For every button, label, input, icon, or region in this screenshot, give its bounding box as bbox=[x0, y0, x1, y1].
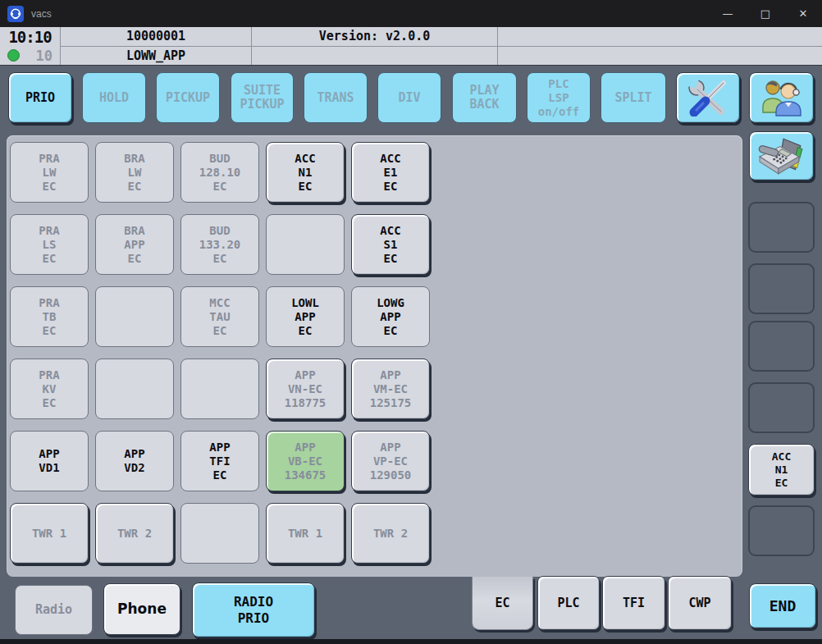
key-pra-lw-ec[interactable]: PRA LW EC bbox=[10, 142, 89, 203]
info-empty-cell bbox=[498, 47, 822, 66]
version-label: Version: v2.0.0 bbox=[252, 27, 497, 47]
split-button[interactable]: SPLIT bbox=[601, 72, 666, 123]
tools-button[interactable] bbox=[676, 72, 740, 123]
div-button[interactable]: DIV bbox=[377, 72, 441, 123]
key-twr1-right[interactable]: TWR 1 bbox=[266, 503, 345, 564]
status-dot bbox=[7, 49, 20, 62]
people-headset-icon bbox=[760, 79, 803, 116]
minimize-button[interactable]: — bbox=[709, 0, 747, 27]
key-bud-13320[interactable]: BUD 133.20 EC bbox=[180, 214, 259, 275]
trans-button[interactable]: TRANS bbox=[304, 72, 368, 123]
tools-icon bbox=[687, 79, 729, 116]
key-acc-s1-ec[interactable]: ACC S1 EC bbox=[351, 214, 430, 275]
pickup-button[interactable]: PICKUP bbox=[156, 72, 220, 123]
key-twr2-left[interactable]: TWR 2 bbox=[95, 503, 174, 564]
key-twr1-left[interactable]: TWR 1 bbox=[10, 503, 89, 564]
directory-users-button[interactable] bbox=[749, 72, 814, 123]
tab-cwp[interactable]: CWP bbox=[668, 576, 732, 630]
app-icon bbox=[7, 6, 24, 22]
key-app-vb-ec-active[interactable]: APP VB-EC 134675 bbox=[266, 431, 345, 491]
key-twr2-right[interactable]: TWR 2 bbox=[351, 503, 430, 564]
phonebook-button[interactable] bbox=[749, 131, 814, 180]
station-id: 10000001 bbox=[61, 27, 251, 47]
key-empty bbox=[180, 359, 259, 419]
key-acc-e1-ec[interactable]: ACC E1 EC bbox=[351, 142, 430, 203]
key-app-tfi-ec[interactable]: APP TFI EC bbox=[180, 431, 259, 491]
station-name: LOWW_APP bbox=[61, 47, 251, 66]
playback-button[interactable]: PLAY BACK bbox=[452, 72, 517, 123]
key-bra-app-ec[interactable]: BRA APP EC bbox=[95, 214, 174, 275]
sidebar-empty-slot bbox=[748, 263, 815, 314]
sidebar-empty-slot bbox=[748, 202, 815, 253]
key-empty bbox=[180, 503, 259, 564]
sidebar-empty-slot bbox=[748, 382, 815, 433]
key-grid: PRA LW EC BRA LW EC BUD 128.10 EC ACC N1… bbox=[10, 142, 430, 564]
sidebar-key-acc-n1-ec[interactable]: ACC N1 EC bbox=[748, 444, 815, 496]
tab-tfi[interactable]: TFI bbox=[602, 576, 665, 630]
key-pra-tb-ec[interactable]: PRA TB EC bbox=[10, 286, 89, 347]
key-app-vn-ec[interactable]: APP VN-EC 118775 bbox=[266, 359, 345, 419]
info-bar: 10:10 10 10000001 LOWW_APP Version: v2.0… bbox=[0, 27, 822, 66]
sidebar-empty-slot bbox=[748, 505, 815, 556]
phone-directory-icon bbox=[758, 136, 806, 176]
suite-pickup-button[interactable]: SUITE PICKUP bbox=[231, 72, 294, 123]
maximize-button[interactable]: □ bbox=[747, 0, 784, 27]
tab-plc[interactable]: PLC bbox=[537, 576, 600, 630]
key-empty bbox=[95, 286, 174, 347]
radio-mode-button[interactable]: Radio bbox=[15, 585, 93, 635]
prio-button[interactable]: PRIO bbox=[8, 72, 72, 123]
sidebar-empty-slot bbox=[748, 321, 815, 372]
status-count: 10 bbox=[36, 48, 53, 64]
key-empty bbox=[95, 359, 174, 419]
info-empty-cell bbox=[498, 27, 822, 47]
key-app-vm-ec[interactable]: APP VM-EC 125175 bbox=[351, 359, 430, 419]
tab-ec[interactable]: EC bbox=[472, 577, 533, 630]
key-lowg-app-ec[interactable]: LOWG APP EC bbox=[351, 286, 430, 347]
titlebar: vacs — □ ✕ bbox=[0, 0, 822, 27]
hold-button[interactable]: HOLD bbox=[82, 72, 146, 123]
key-app-vd2[interactable]: APP VD2 bbox=[95, 431, 174, 491]
end-button[interactable]: END bbox=[749, 583, 816, 628]
window-title: vacs bbox=[31, 8, 52, 20]
key-pra-ls-ec[interactable]: PRA LS EC bbox=[10, 214, 89, 275]
window-bottom-edge bbox=[0, 639, 822, 644]
key-app-vp-ec[interactable]: APP VP-EC 129050 bbox=[351, 431, 430, 491]
key-bra-lw-ec[interactable]: BRA LW EC bbox=[95, 142, 174, 203]
close-button[interactable]: ✕ bbox=[784, 0, 822, 27]
key-empty bbox=[266, 214, 345, 275]
clock: 10:10 bbox=[0, 27, 60, 46]
key-pra-kv-ec[interactable]: PRA KV EC bbox=[10, 359, 89, 419]
plc-lsp-button[interactable]: PLC LSP on/off bbox=[527, 72, 591, 123]
key-bud-12810[interactable]: BUD 128.10 EC bbox=[180, 142, 259, 203]
key-acc-n1-ec[interactable]: ACC N1 EC bbox=[266, 142, 345, 203]
key-app-vd1[interactable]: APP VD1 bbox=[10, 431, 89, 491]
radio-prio-button[interactable]: RADIO PRIO bbox=[192, 582, 315, 637]
key-mcc-tau-ec[interactable]: MCC TAU EC bbox=[180, 286, 259, 347]
key-lowl-app-ec[interactable]: LOWL APP EC bbox=[266, 286, 345, 347]
info-empty-cell bbox=[252, 47, 497, 66]
phone-mode-button[interactable]: Phone bbox=[103, 583, 180, 635]
